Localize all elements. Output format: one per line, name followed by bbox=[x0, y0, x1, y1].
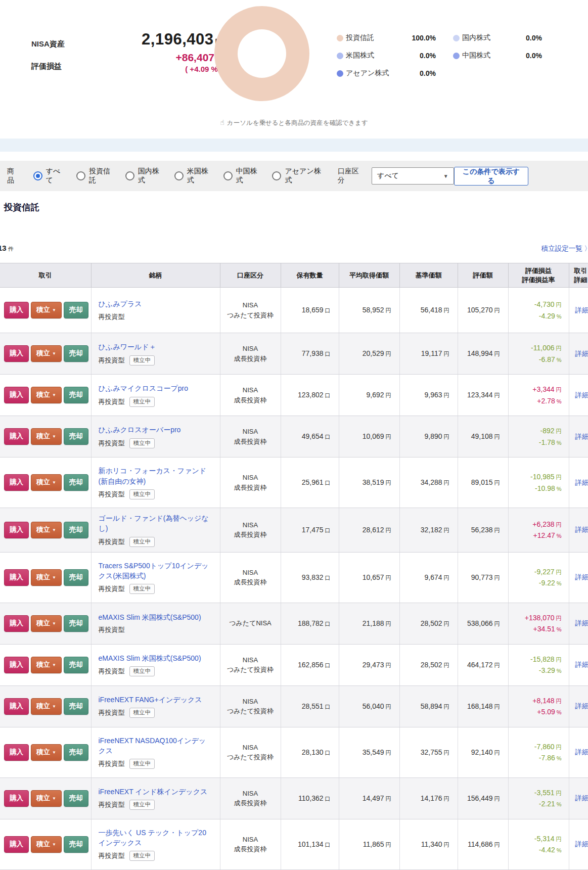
pl-percent: +34.51% bbox=[509, 623, 562, 634]
pl-cell: -9,227円 -9.22% bbox=[508, 552, 569, 603]
fund-name-link[interactable]: iFreeNEXT インド株インデックス bbox=[99, 787, 213, 797]
sell-button[interactable]: 売却 bbox=[64, 790, 88, 807]
quantity-cell: 110,362口 bbox=[281, 777, 339, 819]
account-type-cell: NISAつみたて投資枠 bbox=[220, 644, 281, 685]
buy-button[interactable]: 購入 bbox=[4, 387, 29, 403]
detail-link[interactable]: 詳細 bbox=[575, 702, 588, 710]
buy-button[interactable]: 購入 bbox=[4, 522, 29, 538]
detail-link[interactable]: 詳細 bbox=[575, 306, 588, 314]
buy-button[interactable]: 購入 bbox=[4, 615, 29, 632]
summary-values: 2,196,403円 +86,407円 ( +4.09 % ) bbox=[101, 30, 222, 73]
product-radio-国内株式[interactable]: 国内株式 bbox=[125, 167, 162, 185]
detail-link[interactable]: 詳細 bbox=[575, 840, 588, 848]
account-type-select[interactable]: すべて ▼ bbox=[372, 167, 454, 185]
fund-name-link[interactable]: ひふみプラス bbox=[99, 299, 213, 309]
fund-name-cell: ひふみマイクロスコープpro 再投資型 積立中 bbox=[91, 375, 220, 416]
pl-amount: -10,985円 bbox=[509, 471, 562, 482]
fund-name-link[interactable]: 新ホリコ・フォーカス・ファンド(新自由の女神) bbox=[99, 466, 213, 486]
product-radio-中国株式[interactable]: 中国株式 bbox=[223, 167, 260, 185]
fund-name-cell: iFreeNEXT NASDAQ100インデックス 再投資型 積立中 bbox=[91, 727, 220, 777]
buy-button[interactable]: 購入 bbox=[4, 474, 29, 491]
buy-button[interactable]: 購入 bbox=[4, 302, 29, 318]
detail-link[interactable]: 詳細 bbox=[575, 661, 588, 668]
buy-button[interactable]: 購入 bbox=[4, 569, 29, 586]
header-trade-detail: 取引詳細 bbox=[569, 263, 588, 288]
fund-name-link[interactable]: 一歩先いく US テック・トップ20インデックス bbox=[99, 828, 213, 848]
tsumitate-button[interactable]: 積立▼ bbox=[31, 474, 62, 491]
product-radio-米国株式[interactable]: 米国株式 bbox=[174, 167, 211, 185]
holdings-table-container: 取引 銘柄 口座区分 保有数量 平均取得価額 基準価額 評価額 評価損益評価損益… bbox=[0, 263, 588, 870]
sell-button[interactable]: 売却 bbox=[64, 744, 88, 761]
detail-cell: 詳細 bbox=[569, 777, 588, 819]
detail-link[interactable]: 詳細 bbox=[575, 391, 588, 399]
detail-link[interactable]: 詳細 bbox=[575, 573, 588, 581]
detail-link[interactable]: 詳細 bbox=[575, 526, 588, 533]
buy-button[interactable]: 購入 bbox=[4, 744, 29, 761]
tsumitate-active-badge: 積立中 bbox=[129, 666, 155, 676]
buy-button[interactable]: 購入 bbox=[4, 657, 29, 673]
tsumitate-button[interactable]: 積立▼ bbox=[31, 657, 62, 673]
tsumitate-button[interactable]: 積立▼ bbox=[31, 698, 62, 715]
detail-link[interactable]: 詳細 bbox=[575, 794, 588, 802]
fund-name-link[interactable]: ひふみマイクロスコープpro bbox=[99, 383, 213, 393]
product-radio-すべて[interactable]: すべて bbox=[33, 167, 64, 185]
fund-name-link[interactable]: ひふみワールド＋ bbox=[99, 342, 213, 352]
reinvest-type-label: 再投資型 bbox=[99, 537, 125, 546]
fund-name-link[interactable]: eMAXIS Slim 米国株式(S&P500) bbox=[99, 653, 213, 663]
sell-button[interactable]: 売却 bbox=[64, 522, 88, 538]
sell-button[interactable]: 売却 bbox=[64, 836, 88, 853]
detail-link[interactable]: 詳細 bbox=[575, 619, 588, 627]
tsumitate-button[interactable]: 積立▼ bbox=[31, 744, 62, 761]
table-row: 購入積立▼売却 eMAXIS Slim 米国株式(S&P500) 再投資型 積立… bbox=[0, 644, 588, 685]
tsumitate-button[interactable]: 積立▼ bbox=[31, 522, 62, 538]
radio-circle-icon bbox=[174, 171, 184, 180]
detail-link[interactable]: 詳細 bbox=[575, 479, 588, 486]
sell-button[interactable]: 売却 bbox=[64, 657, 88, 673]
sell-button[interactable]: 売却 bbox=[64, 387, 88, 403]
avg-price-cell: 35,549円 bbox=[339, 727, 399, 777]
buy-button[interactable]: 購入 bbox=[4, 790, 29, 807]
tsumitate-button[interactable]: 積立▼ bbox=[31, 790, 62, 807]
fund-name-link[interactable]: eMAXIS Slim 米国株式(S&P500) bbox=[99, 612, 213, 622]
tsumitate-button[interactable]: 積立▼ bbox=[31, 428, 62, 445]
buy-button[interactable]: 購入 bbox=[4, 836, 29, 853]
fund-name-link[interactable]: ゴールド・ファンド(為替ヘッジなし) bbox=[99, 513, 213, 534]
detail-link[interactable]: 詳細 bbox=[575, 350, 588, 357]
sell-button[interactable]: 売却 bbox=[64, 428, 88, 445]
buy-button[interactable]: 購入 bbox=[4, 345, 29, 362]
tsumitate-button[interactable]: 積立▼ bbox=[31, 615, 62, 632]
tsumitate-active-badge: 積立中 bbox=[129, 537, 155, 547]
fund-name-link[interactable]: iFreeNEXT NASDAQ100インデックス bbox=[99, 736, 213, 756]
fund-name-link[interactable]: ひふみクロスオーバーpro bbox=[99, 425, 213, 435]
detail-link[interactable]: 詳細 bbox=[575, 433, 588, 440]
filter-bar: 商品 すべて投資信託国内株式米国株式中国株式アセアン株式 口座区分 すべて ▼ … bbox=[0, 161, 588, 191]
tsumitate-button[interactable]: 積立▼ bbox=[31, 345, 62, 362]
detail-link[interactable]: 詳細 bbox=[575, 748, 588, 756]
sell-button[interactable]: 売却 bbox=[64, 345, 88, 362]
dropdown-caret-icon: ▼ bbox=[52, 663, 56, 667]
asset-allocation-donut-chart[interactable] bbox=[214, 6, 309, 101]
chart-hover-hint: ☝カーソルを乗せると各商品の資産を確認できます bbox=[0, 118, 588, 127]
radio-circle-icon bbox=[125, 171, 134, 180]
apply-filter-button[interactable]: この条件で表示する bbox=[454, 167, 528, 186]
tsumitate-button[interactable]: 積立▼ bbox=[31, 836, 62, 853]
buy-button[interactable]: 購入 bbox=[4, 428, 29, 445]
sell-button[interactable]: 売却 bbox=[64, 474, 88, 491]
sell-button[interactable]: 売却 bbox=[64, 615, 88, 632]
sell-button[interactable]: 売却 bbox=[64, 569, 88, 586]
product-radio-投資信託[interactable]: 投資信託 bbox=[76, 167, 113, 185]
sell-button[interactable]: 売却 bbox=[64, 698, 88, 715]
fund-name-link[interactable]: iFreeNEXT FANG+インデックス bbox=[99, 695, 213, 705]
buy-button[interactable]: 購入 bbox=[4, 698, 29, 715]
header-nav: 基準価額 bbox=[399, 263, 458, 288]
table-row: 購入積立▼売却 ひふみクロスオーバーpro 再投資型 積立中 NISA成長投資枠… bbox=[0, 416, 588, 457]
product-radio-アセアン株式[interactable]: アセアン株式 bbox=[272, 167, 322, 185]
sell-button[interactable]: 売却 bbox=[64, 302, 88, 318]
account-type-cell: NISA成長投資枠 bbox=[220, 457, 281, 508]
tsumitate-settings-link[interactable]: 積立設定一覧 〉 bbox=[541, 244, 588, 253]
fund-name-link[interactable]: Tracers S&P500トップ10インデックス(米国株式) bbox=[99, 561, 213, 581]
dropdown-caret-icon: ▼ bbox=[52, 434, 56, 439]
tsumitate-button[interactable]: 積立▼ bbox=[31, 569, 62, 586]
tsumitate-button[interactable]: 積立▼ bbox=[31, 302, 62, 318]
tsumitate-button[interactable]: 積立▼ bbox=[31, 387, 62, 403]
